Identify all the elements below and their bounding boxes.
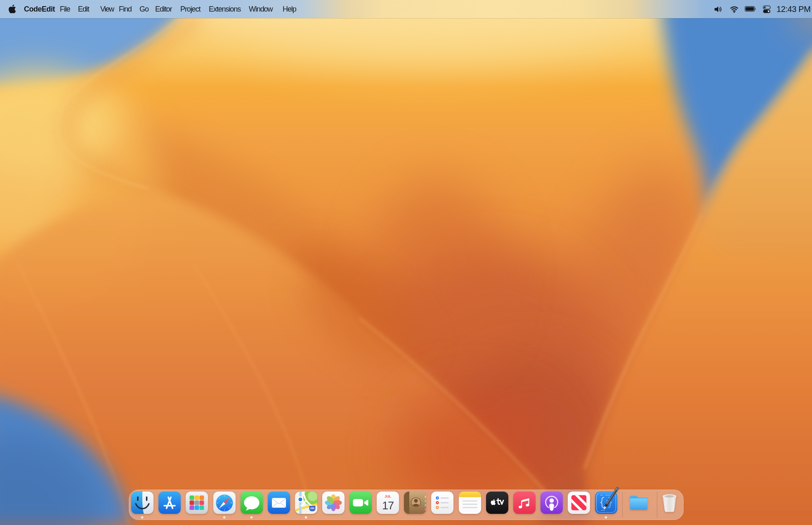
svg-text:JUL: JUL — [385, 494, 391, 498]
svg-text:17: 17 — [382, 499, 394, 512]
svg-text:280: 280 — [310, 506, 315, 509]
